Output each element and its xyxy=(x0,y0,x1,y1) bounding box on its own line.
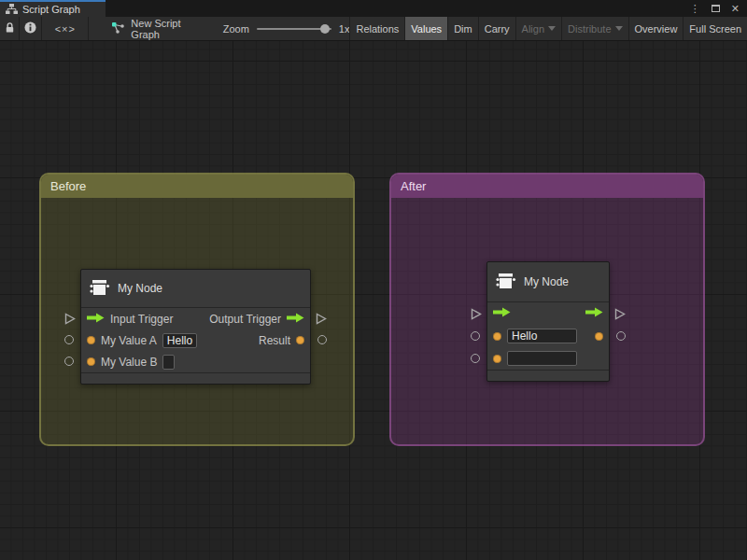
tab-title: Script Graph xyxy=(22,4,80,15)
group-before-title: Before xyxy=(50,179,86,193)
relations-button[interactable]: Relations xyxy=(349,17,404,40)
value-b-field[interactable] xyxy=(507,351,577,366)
external-value-input[interactable] xyxy=(64,357,74,366)
node-my-node-after[interactable]: My Node Hello xyxy=(486,261,610,382)
value-output-port[interactable] xyxy=(595,332,603,341)
port-label: Output Trigger xyxy=(209,313,281,326)
flow-input-port[interactable] xyxy=(87,313,105,326)
lock-button[interactable] xyxy=(0,17,20,40)
window-tab-bar: Script Graph ⋮ ✕ xyxy=(0,0,747,17)
value-input-port[interactable] xyxy=(87,336,95,344)
node-footer xyxy=(487,370,609,381)
values-label: Values xyxy=(411,23,442,35)
port-row xyxy=(487,302,609,325)
port-label: My Value B xyxy=(101,356,157,369)
info-icon xyxy=(24,21,36,35)
distribute-label: Distribute xyxy=(568,23,611,35)
value-a-field[interactable]: Hello xyxy=(162,333,197,348)
window-controls: ⋮ ✕ xyxy=(690,0,747,17)
external-value-input[interactable] xyxy=(471,331,480,341)
unit-icon xyxy=(90,278,110,300)
lock-icon xyxy=(4,21,16,35)
external-flow-input[interactable] xyxy=(471,308,482,323)
chevron-down-icon xyxy=(615,26,623,31)
preview-code-button[interactable]: <×> xyxy=(42,17,89,40)
port-label: Input Trigger xyxy=(110,313,173,326)
value-a-field[interactable]: Hello xyxy=(507,329,577,343)
external-value-input[interactable] xyxy=(64,335,74,344)
external-flow-output[interactable] xyxy=(614,308,626,323)
close-icon[interactable]: ✕ xyxy=(731,4,740,14)
overview-button[interactable]: Overview xyxy=(628,17,684,40)
zoom-label: Zoom xyxy=(223,23,249,35)
value-b-field[interactable] xyxy=(162,355,175,370)
flow-output-port[interactable] xyxy=(287,313,304,326)
flow-input-port[interactable] xyxy=(493,307,511,320)
group-after-title: After xyxy=(401,179,426,193)
align-label: Align xyxy=(522,23,544,35)
unit-icon xyxy=(496,272,516,293)
values-button[interactable]: Values xyxy=(404,17,447,40)
node-title: My Node xyxy=(118,282,162,295)
chevron-down-icon xyxy=(548,26,556,31)
port-row: Input Trigger Output Trigger xyxy=(81,308,310,329)
carry-button[interactable]: Carry xyxy=(478,17,515,40)
external-value-output[interactable] xyxy=(616,331,626,341)
overview-label: Overview xyxy=(635,23,678,35)
graph-icon xyxy=(111,21,125,35)
align-dropdown[interactable]: Align xyxy=(515,17,561,40)
graph-toolbar: <×> New Script Graph Zoom 1x Relations V… xyxy=(0,17,747,41)
port-row: My Value B xyxy=(81,351,310,372)
external-value-input[interactable] xyxy=(471,354,480,363)
flow-output-port[interactable] xyxy=(585,307,603,320)
port-label: Result xyxy=(259,334,290,347)
value-input-port[interactable] xyxy=(493,332,501,341)
value-input-port[interactable] xyxy=(87,357,95,366)
port-row: My Value A Hello Result xyxy=(81,329,310,351)
port-row xyxy=(487,347,609,370)
node-header[interactable]: My Node xyxy=(81,270,310,308)
inspect-button[interactable] xyxy=(20,17,42,40)
group-before-header[interactable]: Before xyxy=(41,175,353,198)
graph-canvas[interactable]: Before After My Node xyxy=(0,41,747,560)
graph-name-label: New Script Graph xyxy=(131,18,196,40)
value-output-port[interactable] xyxy=(296,336,304,344)
node-footer xyxy=(81,372,310,384)
tab-script-graph[interactable]: Script Graph xyxy=(0,0,106,17)
node-my-node-before[interactable]: My Node Input Trigger Output Trigger My … xyxy=(80,269,311,385)
zoom-value: 1x xyxy=(339,23,350,35)
view-options: Relations Values Dim Carry Align Distrib… xyxy=(349,17,747,40)
dim-label: Dim xyxy=(454,23,472,35)
external-flow-input[interactable] xyxy=(64,313,76,328)
value-input-port[interactable] xyxy=(493,355,501,363)
distribute-dropdown[interactable]: Distribute xyxy=(561,17,627,40)
node-title: My Node xyxy=(524,275,569,288)
group-after-header[interactable]: After xyxy=(391,175,703,198)
node-header[interactable]: My Node xyxy=(487,262,609,302)
full-screen-button[interactable]: Full Screen xyxy=(683,17,747,40)
graph-title-button[interactable]: New Script Graph xyxy=(106,17,202,40)
carry-label: Carry xyxy=(485,23,510,35)
external-flow-output[interactable] xyxy=(316,313,327,328)
script-graph-icon xyxy=(6,4,18,16)
zoom-control: Zoom 1x xyxy=(223,17,350,40)
dim-button[interactable]: Dim xyxy=(447,17,478,40)
zoom-slider-handle[interactable] xyxy=(320,24,330,34)
window-menu-icon[interactable]: ⋮ xyxy=(690,4,700,14)
relations-label: Relations xyxy=(356,23,399,35)
zoom-slider[interactable] xyxy=(257,28,331,30)
port-label: My Value A xyxy=(101,334,157,347)
port-row: Hello xyxy=(487,325,609,347)
full-screen-label: Full Screen xyxy=(689,23,741,35)
maximize-icon[interactable] xyxy=(712,5,720,12)
external-value-output[interactable] xyxy=(317,335,327,344)
